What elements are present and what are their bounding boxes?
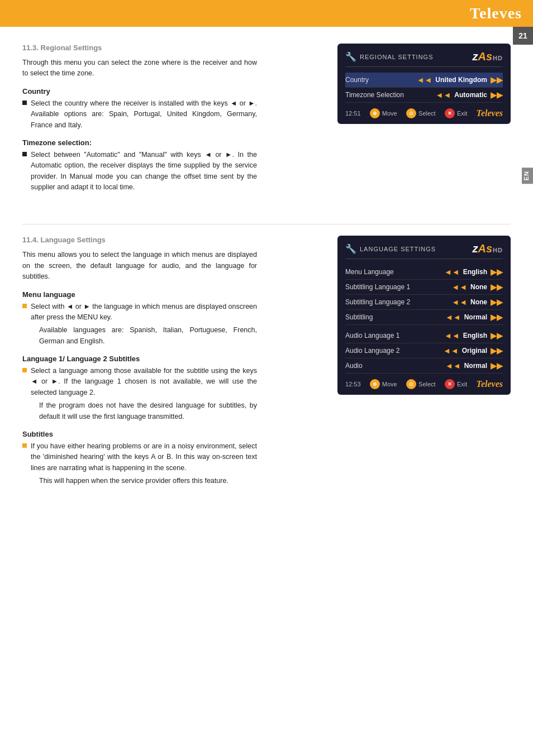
- regional-settings-intro: Through this menu you can select the zon…: [22, 58, 257, 79]
- zas-as: As: [478, 50, 493, 63]
- wrench-icon: 🔧: [345, 51, 356, 62]
- lang-arrow-right-0: ▶▶: [491, 267, 503, 276]
- country-arrow-left: ◄◄: [417, 75, 432, 84]
- regional-tv-footer: 12:51 ⊕ Move ⊙ Select ✕ Exit Televes: [345, 108, 503, 118]
- subtitles-title: Subtitles: [22, 430, 257, 438]
- lang-arrow-right-3: ▶▶: [491, 313, 503, 322]
- lang-value-text-4: English: [463, 332, 487, 339]
- regional-televes-logo: Televes: [477, 108, 503, 118]
- lang-subtitles-title: Language 1/ Language 2 Subtitles: [22, 355, 257, 363]
- top-bar: Televes: [0, 0, 533, 27]
- language-select-btn: ⊙ Select: [406, 379, 436, 389]
- language-settings-panel: 🔧 LANGUAGE SETTINGS z As HD Menu Languag…: [274, 236, 511, 490]
- lang-value-text-2: None: [470, 298, 487, 306]
- language-tv-header-left: 🔧 LANGUAGE SETTINGS: [345, 243, 436, 254]
- lang-value-text-6: Normal: [464, 362, 487, 370]
- lang-value-text-3: Normal: [464, 313, 487, 321]
- lang-value-text-0: English: [463, 268, 487, 276]
- timezone-bullet: Select between "Automatic" and "Manual" …: [22, 150, 257, 193]
- televes-logo: Televes: [470, 4, 522, 22]
- bullet-icon: [22, 152, 27, 156]
- zas-z: z: [473, 50, 478, 63]
- regional-select-btn: ⊙ Select: [406, 108, 436, 118]
- lang-value-0: ◄◄ English ▶▶: [444, 267, 503, 276]
- language-settings-text: 11.4. Language Settings This menu allows…: [22, 236, 257, 490]
- timezone-arrow-left: ◄◄: [436, 90, 451, 99]
- lang-value-3: ◄◄ Normal ▶▶: [445, 313, 503, 322]
- country-title: Country: [22, 87, 257, 95]
- regional-settings-text: 11.3. Regional Settings Through this men…: [22, 44, 257, 196]
- regional-row-timezone: Timezone Selection ◄◄ Automatic ▶▶: [345, 88, 503, 103]
- language-tv-footer: 12:53 ⊕ Move ⊙ Select ✕ Exit Televes: [345, 379, 503, 389]
- regional-row-country: Country ◄◄ United Kingdom ▶▶: [345, 73, 503, 88]
- lang-value-4: ◄◄ English ▶▶: [444, 331, 503, 340]
- lang-arrow-left-0: ◄◄: [444, 267, 460, 276]
- menu-language-bullet: Select with ◄ or ► the language in which…: [22, 302, 257, 347]
- timezone-bullet-text: Select between "Automatic" and "Manual" …: [31, 150, 257, 193]
- zas-logo: z As HD: [473, 50, 503, 63]
- bullet-icon-orange-3: [22, 443, 27, 448]
- regional-select-label: Select: [418, 110, 436, 117]
- regional-exit-btn: ✕ Exit: [445, 108, 467, 118]
- language-move-btn: ⊕ Move: [370, 379, 397, 389]
- lang-move-btn-icon: ⊕: [370, 379, 380, 389]
- language-row-2: Subtitling Language 2 ◄◄ None ▶▶: [345, 295, 503, 310]
- country-value-text: United Kingdom: [435, 76, 487, 84]
- timezone-arrow-right: ▶▶: [491, 90, 503, 99]
- lang-arrow-left-3: ◄◄: [445, 313, 461, 322]
- country-value: ◄◄ United Kingdom ▶▶: [417, 75, 503, 84]
- bullet-icon-orange: [22, 304, 27, 308]
- language-row-0: Menu Language ◄◄ English ▶▶: [345, 265, 503, 280]
- timezone-label: Timezone Selection: [345, 91, 404, 99]
- lang-arrow-left-1: ◄◄: [451, 283, 467, 291]
- regional-tv-header-left: 🔧 REGIONAL SETTINGS: [345, 51, 434, 62]
- language-settings-intro: This menu allows you to select the langu…: [22, 250, 257, 282]
- lang-label-4: Audio Language 1: [345, 332, 399, 339]
- lang-arrow-right-5: ▶▶: [491, 346, 503, 355]
- country-label: Country: [345, 76, 369, 84]
- select-btn-icon: ⊙: [406, 108, 416, 118]
- lang-label-0: Menu Language: [345, 268, 394, 276]
- regional-tv-header: 🔧 REGIONAL SETTINGS z As HD: [345, 50, 503, 67]
- wrench-icon-2: 🔧: [345, 243, 356, 254]
- lang-value-5: ◄◄ Original ▶▶: [443, 346, 503, 355]
- zas-z-2: z: [473, 242, 478, 255]
- language-row-6: Audio ◄◄ Normal ▶▶: [345, 358, 503, 374]
- subtitles-bullet-text: If you have either hearing problems or a…: [31, 441, 257, 473]
- language-exit-label: Exit: [457, 381, 467, 387]
- lang-label-5: Audio Language 2: [345, 347, 399, 355]
- lang-arrow-left-5: ◄◄: [443, 346, 459, 355]
- move-btn-icon: ⊕: [370, 108, 380, 118]
- language-time: 12:53: [345, 381, 361, 387]
- lang-exit-btn-icon: ✕: [445, 379, 455, 389]
- lang-value-text-5: Original: [462, 347, 487, 355]
- regional-settings-label: REGIONAL SETTINGS: [360, 54, 434, 60]
- zas-logo-2: z As HD: [473, 242, 503, 255]
- country-bullet-text: Select the country where the receiver is…: [31, 98, 257, 131]
- language-settings-section: 11.4. Language Settings This menu allows…: [22, 236, 511, 490]
- lang-subtitles-extra: If the program does not have the desired…: [39, 400, 257, 422]
- regional-settings-title: 11.3. Regional Settings: [22, 44, 257, 52]
- country-bullet: Select the country where the receiver is…: [22, 98, 257, 131]
- timezone-title: Timezone selection:: [22, 138, 257, 147]
- zas-hd: HD: [493, 55, 503, 61]
- lang-label-6: Audio: [345, 362, 363, 370]
- page-number: 21: [513, 27, 533, 45]
- lang-arrow-right-4: ▶▶: [491, 331, 503, 340]
- lang-arrow-right-6: ▶▶: [491, 361, 503, 370]
- language-row-4: Audio Language 1 ◄◄ English ▶▶: [345, 328, 503, 343]
- en-language-tab: EN: [522, 168, 533, 184]
- regional-move-btn: ⊕ Move: [370, 108, 397, 118]
- language-row-5: Audio Language 2 ◄◄ Original ▶▶: [345, 343, 503, 358]
- language-televes-logo: Televes: [477, 379, 503, 389]
- lang-arrow-left-6: ◄◄: [445, 361, 461, 370]
- regional-time: 12:51: [345, 110, 361, 117]
- language-row-3: Subtitling ◄◄ Normal ▶▶: [345, 310, 503, 325]
- lang-value-2: ◄◄ None ▶▶: [451, 298, 503, 307]
- exit-btn-icon: ✕: [445, 108, 455, 118]
- lang-value-text-1: None: [470, 283, 487, 291]
- timezone-value: ◄◄ Automatic ▶▶: [436, 90, 503, 99]
- regional-settings-section: 11.3. Regional Settings Through this men…: [22, 44, 511, 196]
- lang-arrow-right-2: ▶▶: [491, 298, 503, 307]
- language-settings-label: LANGUAGE SETTINGS: [360, 246, 436, 252]
